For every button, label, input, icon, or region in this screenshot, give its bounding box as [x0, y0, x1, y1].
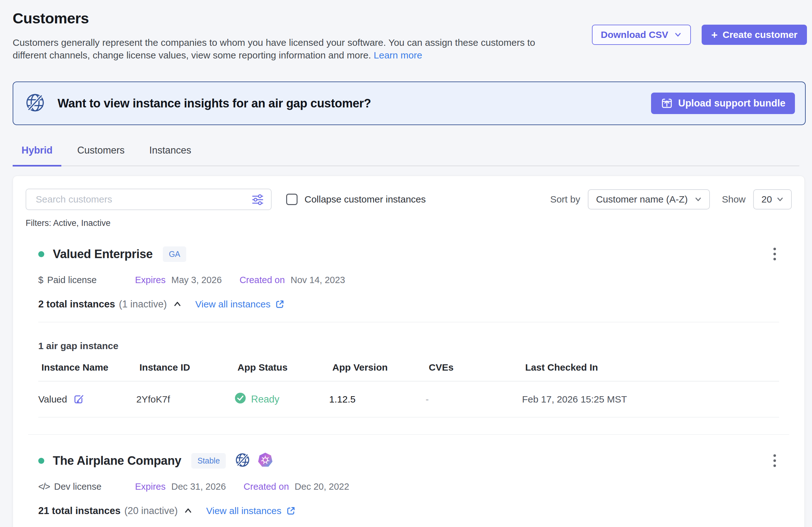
total-instances: 2 total instances: [38, 299, 115, 310]
tab-hybrid[interactable]: Hybrid: [13, 140, 61, 166]
expires-label: Expires: [135, 482, 166, 492]
created-value: Nov 14, 2023: [291, 275, 345, 285]
inactive-note: (1 inactive): [119, 299, 167, 310]
external-link-icon: [275, 299, 285, 309]
col-app-status: App Status: [237, 362, 332, 373]
col-last-checked-in: Last Checked In: [525, 362, 779, 373]
expires-date: Expires Dec 31, 2026: [135, 482, 226, 492]
col-instance-id: Instance ID: [140, 362, 237, 373]
show-label: Show: [722, 194, 745, 205]
download-csv-button[interactable]: Download CSV: [592, 25, 691, 45]
toolbar: Collapse customer instances Sort by Cust…: [26, 189, 792, 210]
created-date: Created on Nov 14, 2023: [240, 275, 345, 285]
instance-table-header: Instance Name Instance ID App Status App…: [38, 362, 779, 381]
customer-divider: [28, 434, 789, 435]
created-value: Dec 20, 2022: [295, 482, 349, 492]
filter-sliders-icon[interactable]: [251, 193, 265, 208]
collapse-instances-label: Collapse customer instances: [304, 194, 426, 205]
toolbar-right: Sort by Customer name (A-Z) Show 20: [550, 189, 792, 210]
upload-support-bundle-label: Upload support bundle: [678, 97, 785, 109]
inactive-note: (20 inactive): [124, 505, 178, 516]
view-all-instances-link[interactable]: View all instances: [195, 299, 285, 310]
page-title: Customers: [13, 10, 799, 27]
download-csv-label: Download CSV: [601, 29, 668, 40]
license-type: $ Paid license: [38, 275, 135, 285]
page-header: Customers Customers generally represent …: [0, 0, 812, 61]
tab-bar: Hybrid Customers Instances: [13, 140, 799, 166]
total-instances: 21 total instances: [38, 505, 120, 516]
view-all-instances-label: View all instances: [206, 506, 281, 516]
instance-row: Valued 2YfoK7f: [38, 381, 779, 417]
col-cves: CVEs: [429, 362, 525, 373]
upload-icon: [661, 97, 673, 110]
edit-instance-icon[interactable]: [73, 393, 85, 406]
cves-value: -: [425, 394, 522, 405]
sort-by-label: Sort by: [550, 194, 580, 205]
expires-value: May 3, 2026: [171, 275, 222, 285]
customer-section-airplane-company: The Airplane Company Stable: [26, 451, 792, 527]
app-version: 1.12.5: [329, 394, 425, 405]
instance-name: Valued: [38, 394, 67, 405]
chevron-down-icon: [674, 31, 682, 39]
view-all-instances-label: View all instances: [195, 299, 271, 310]
created-label: Created on: [240, 275, 285, 285]
instance-id: 2YfoK7f: [136, 394, 234, 405]
channel-badge: Stable: [191, 453, 226, 469]
customer-meta-row: </> Dev license Expires Dec 31, 2026 Cre…: [38, 482, 779, 492]
instance-table: Instance Name Instance ID App Status App…: [38, 362, 779, 417]
license-type-label: Dev license: [54, 482, 102, 492]
collapse-instances-checkbox-group[interactable]: Collapse customer instances: [286, 194, 426, 205]
airgap-banner: Want to view instance insights for an ai…: [13, 81, 806, 125]
divider: [38, 322, 779, 322]
tab-customers[interactable]: Customers: [68, 140, 133, 166]
filters-note: Filters: Active, Inactive: [26, 218, 792, 228]
customer-name[interactable]: Valued Enterprise: [53, 247, 153, 261]
upload-support-bundle-button[interactable]: Upload support bundle: [651, 93, 795, 114]
instance-totals-row: 21 total instances (20 inactive) View al…: [38, 505, 779, 516]
customer-actions-menu-icon[interactable]: [770, 451, 779, 470]
create-customer-button[interactable]: + Create customer: [702, 25, 807, 45]
create-customer-label: Create customer: [723, 29, 797, 40]
active-status-dot: [38, 458, 44, 464]
customer-name[interactable]: The Airplane Company: [53, 454, 181, 468]
paid-license-icon: $: [38, 275, 43, 285]
active-status-dot: [38, 251, 44, 257]
customer-header: Valued Enterprise GA: [38, 244, 779, 264]
created-label: Created on: [244, 482, 289, 492]
show-select[interactable]: 20: [753, 189, 792, 210]
sort-by-select[interactable]: Customer name (A-Z): [588, 189, 710, 210]
show-value: 20: [762, 194, 772, 205]
airgap-heading: 1 air gap instance: [38, 341, 779, 351]
view-all-instances-link[interactable]: View all instances: [206, 506, 296, 516]
customer-section-valued-enterprise: Valued Enterprise GA $ Paid license Expi…: [26, 244, 792, 417]
ready-check-icon: [234, 392, 246, 406]
kubernetes-icon: [257, 452, 273, 469]
instance-totals-row: 2 total instances (1 inactive) View all …: [38, 299, 779, 310]
collapse-chevron-up-icon[interactable]: [184, 506, 193, 516]
customer-header: The Airplane Company Stable: [38, 451, 779, 470]
collapse-chevron-up-icon[interactable]: [173, 300, 182, 309]
app-status-text: Ready: [251, 394, 279, 405]
header-actions: Download CSV + Create customer: [592, 25, 807, 45]
tab-instances[interactable]: Instances: [140, 140, 200, 166]
license-type: </> Dev license: [38, 482, 135, 492]
dev-license-icon: </>: [38, 482, 50, 492]
channel-badge: GA: [163, 246, 186, 262]
banner-title: Want to view instance insights for an ai…: [58, 97, 371, 110]
expires-value: Dec 31, 2026: [171, 482, 226, 492]
page-description: Customers generally represent the compan…: [13, 36, 571, 61]
search-input[interactable]: [26, 189, 272, 210]
collapse-instances-checkbox[interactable]: [286, 194, 298, 205]
learn-more-link[interactable]: Learn more: [374, 50, 422, 60]
external-link-icon: [286, 506, 296, 516]
airgap-globe-icon: [25, 92, 45, 115]
chevron-down-icon: [776, 195, 784, 204]
sort-by-value: Customer name (A-Z): [596, 194, 688, 205]
chevron-down-icon: [694, 195, 702, 204]
customer-capability-icons: [235, 452, 273, 469]
customer-meta-row: $ Paid license Expires May 3, 2026 Creat…: [38, 275, 779, 285]
license-type-label: Paid license: [47, 275, 97, 285]
search-wrap: [26, 189, 272, 210]
customer-actions-menu-icon[interactable]: [770, 244, 779, 264]
app-status: Ready: [234, 392, 329, 406]
